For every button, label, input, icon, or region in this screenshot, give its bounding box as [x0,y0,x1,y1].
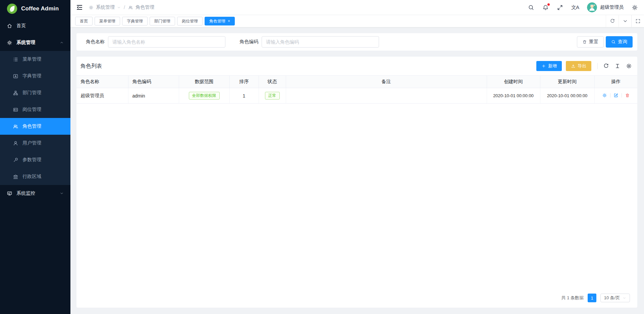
table-header-row: 角色名称 角色编码 数据范围 排序 状态 备注 创建时间 更新时间 操作 [76,76,637,88]
column-settings-gear-icon[interactable] [626,63,632,69]
tab-label: 部门管理 [154,18,170,24]
page-content: 角色名称 角色编码 重置 查询 角色列表 [70,27,644,314]
tab-label: 首页 [80,18,88,24]
tab-home[interactable]: 首页 [75,17,93,25]
sidebar-group-label: 系统监控 [16,190,56,196]
fullscreen-icon[interactable] [557,4,563,11]
maximize-content-button[interactable] [631,15,644,27]
sidebar-submenu-system: 菜单管理 字典管理 部门管理 岗位管理 角色管理 用户管理 [0,51,70,185]
col-data-scope: 数据范围 [179,76,229,88]
cell-role-name: 超级管理员 [76,88,128,104]
role-name-label: 角色名称 [86,39,105,45]
cell-updated-at: 2020-10-01 00:00:00 [540,88,594,104]
tab-post-mgmt[interactable]: 岗位管理 [177,17,203,25]
page-size-select[interactable]: 10 条/页 [600,294,630,302]
chevron-down-icon [117,6,121,9]
tab-role-mgmt[interactable]: 角色管理 × [205,17,235,25]
sidebar-item-dict-mgmt[interactable]: 字典管理 [0,68,70,84]
delete-trash-icon[interactable] [625,93,630,98]
export-button[interactable]: 导出 [566,61,591,71]
search-icon[interactable] [528,4,534,11]
role-name-input[interactable] [108,36,225,48]
search-button[interactable]: 查询 [606,36,633,48]
cell-actions [594,88,637,104]
col-status: 状态 [259,76,286,88]
language-switch-icon[interactable]: 文A [571,4,579,11]
pagination-page-1-button[interactable]: 1 [588,294,596,302]
table-row: 超级管理员 admin 全部数据权限 1 正常 2020-10-01 00:00… [76,88,637,104]
breadcrumb: 系统管理 / 角色管理 [89,4,154,10]
add-button-label: 新增 [548,63,557,69]
breadcrumb-separator: / [124,5,125,10]
breadcrumb-level2: 角色管理 [136,4,154,10]
chevron-down-icon [623,296,626,300]
breadcrumb-level1[interactable]: 系统管理 [96,4,115,10]
sidebar-item-menu-mgmt[interactable]: 菜单管理 [0,51,70,68]
sidebar-item-param-mgmt[interactable]: 参数管理 [0,151,70,168]
sidebar-item-admin-region[interactable]: 行政区域 [0,168,70,185]
notifications-button[interactable] [542,4,549,11]
org-chart-icon [13,90,18,96]
sidebar-item-user-mgmt[interactable]: 用户管理 [0,135,70,151]
cell-role-code: admin [128,88,179,104]
cell-remark [286,88,487,104]
role-code-input[interactable] [262,36,379,48]
tab-label: 菜单管理 [99,18,115,24]
user-menu[interactable]: 超级管理员 [587,2,624,12]
sidebar-item-label: 部门管理 [22,90,64,96]
close-icon[interactable]: × [228,19,230,23]
monitor-icon [7,191,12,196]
tab-menu-mgmt[interactable]: 菜单管理 [95,17,120,25]
sidebar-group-label: 系统管理 [16,40,56,46]
cell-data-scope: 全部数据权限 [179,88,229,104]
bank-icon [13,174,18,180]
page-size-value: 10 条/页 [604,295,620,301]
role-list-card: 角色列表 新增 导出 [76,57,637,308]
username: 超级管理员 [600,4,624,10]
tab-label: 字典管理 [127,18,143,24]
card-title: 角色列表 [80,63,102,70]
gear-icon [89,5,94,10]
list-icon [13,57,18,62]
sidebar-group-system-monitor[interactable]: 系统监控 [0,185,70,202]
gear-icon [7,40,12,46]
edit-icon[interactable] [613,93,619,98]
app-logo[interactable]: Coffee Admin [0,0,70,17]
tab-dept-mgmt[interactable]: 部门管理 [150,17,175,25]
sidebar-item-home[interactable]: 首页 [0,17,70,34]
sidebar-item-label: 首页 [16,23,64,29]
sidebar-item-label: 字典管理 [22,73,64,79]
sidebar-item-role-mgmt[interactable]: 角色管理 [0,118,70,135]
reset-button[interactable]: 重置 [577,36,604,48]
pagination: 共 1 条数据 1 10 条/页 [76,294,637,308]
action-divider [610,93,610,98]
people-icon [13,124,18,129]
col-sort: 排序 [229,76,259,88]
sidebar-item-post-mgmt[interactable]: 岗位管理 [0,101,70,118]
header-actions: 文A 超级管理员 [528,2,638,12]
card-header: 角色列表 新增 导出 [76,57,637,75]
row-density-icon[interactable] [614,63,621,69]
menu-fold-icon[interactable] [76,4,83,11]
settings-gear-icon[interactable] [632,4,638,11]
cell-created-at: 2020-10-01 00:00:00 [487,88,540,104]
col-actions: 操作 [594,76,637,88]
cell-sort: 1 [229,88,259,104]
tab-dict-mgmt[interactable]: 字典管理 [122,17,148,25]
refresh-icon [610,18,615,24]
tab-options-dropdown[interactable] [619,15,631,27]
role-permission-gear-icon[interactable] [602,93,607,98]
refresh-icon[interactable] [603,63,609,69]
refresh-page-button[interactable] [606,15,619,27]
sidebar: Coffee Admin 首页 系统管理 菜单管理 字典管理 部门管理 [0,0,70,314]
spring-leaf-logo-icon [7,3,17,14]
sidebar-group-system-mgmt[interactable]: 系统管理 [0,34,70,51]
status-badge: 正常 [265,92,280,100]
sidebar-item-dept-mgmt[interactable]: 部门管理 [0,84,70,101]
user-icon [13,140,18,146]
tab-label: 角色管理 [209,18,225,24]
tab-bar: 首页 菜单管理 字典管理 部门管理 岗位管理 角色管理 × [70,15,644,27]
chevron-down-icon [623,18,628,24]
search-icon [611,40,616,44]
add-button[interactable]: 新增 [536,61,562,71]
